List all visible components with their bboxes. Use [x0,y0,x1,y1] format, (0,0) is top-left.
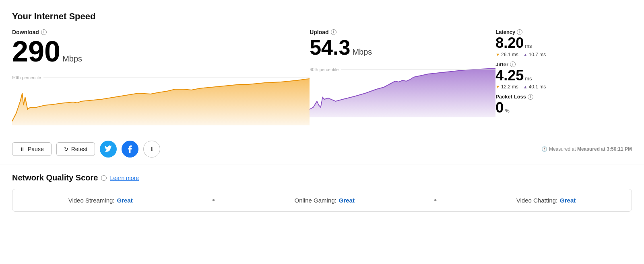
jitter-down-arrow: ▼ [495,84,500,89]
upload-chart: 90th percentile [310,61,495,117]
download-value: 290 [12,37,60,66]
latency-up-val: ▲ 10.7 ms [523,52,546,57]
jitter-value: 4.25 [495,68,524,84]
page-container: Your Internet Speed Download i 290 Mbps … [0,0,644,264]
pause-icon: ⏸ [20,146,25,152]
twitter-button[interactable] [100,141,117,158]
learn-more-link[interactable]: Learn more [110,175,139,181]
quality-chatting-label: Video Chatting: [516,197,557,204]
quality-gaming-value: Great [339,197,355,204]
quality-item-streaming: Video Streaming: Great [68,197,133,204]
upload-percentile: 90th percentile [310,67,495,72]
measured-at: 🕐 Measured at Measured at 3:50:11 PM [541,146,632,152]
jitter-unit: ms [525,76,532,82]
upload-unit: Mbps [352,47,372,57]
download-percentile-label: 90th percentile [12,75,41,80]
quality-item-chatting: Video Chatting: Great [516,197,576,204]
quality-dot-1: • [212,196,215,205]
download-area [12,79,310,125]
jitter-down-val: ▼ 12.2 ms [495,84,518,90]
clock-icon: 🕐 [541,146,547,152]
upload-label: Upload i [310,29,495,35]
quality-bar: Video Streaming: Great • Online Gaming: … [12,189,632,212]
packet-loss-value: 0 [495,100,504,116]
quality-item-gaming: Online Gaming: Great [295,197,355,204]
jitter-sub: ▼ 12.2 ms ▲ 40.1 ms [495,84,632,90]
network-quality-section: Network Quality Score i Learn more Video… [0,164,644,220]
download-info-icon[interactable]: i [41,29,47,35]
packet-loss-info-icon[interactable]: i [528,94,533,100]
download-label: Download i [12,29,310,35]
download-value-row: 290 Mbps [12,37,310,66]
latency-down-arrow: ▼ [495,52,500,57]
download-button[interactable]: ⬇ [143,141,160,158]
jitter-value-row: 4.25 ms [495,68,632,84]
latency-value-row: 8.20 ms [495,35,632,51]
latency-info-icon[interactable]: i [517,29,522,35]
download-icon: ⬇ [149,146,154,152]
pause-button[interactable]: ⏸ Pause [12,142,52,156]
latency-value: 8.20 [495,35,524,51]
upload-value: 54.3 [310,37,350,58]
quality-streaming-label: Video Streaming: [68,197,115,204]
jitter-stat: Jitter i 4.25 ms ▼ 12.2 ms ▲ [495,61,632,90]
download-unit: Mbps [62,54,82,63]
quality-dot-2: • [434,196,437,205]
latency-sub: ▼ 26.1 ms ▲ 10.7 ms [495,52,632,57]
upload-value-row: 54.3 Mbps [310,37,495,58]
upload-metric: Upload i 54.3 Mbps 90th percentile [310,29,495,117]
nq-title-row: Network Quality Score i Learn more [12,173,632,182]
download-percentile: 90th percentile [12,75,310,80]
jitter-up-val: ▲ 40.1 ms [523,84,546,90]
quality-gaming-label: Online Gaming: [295,197,336,204]
latency-up-arrow: ▲ [523,52,528,57]
retest-button[interactable]: ↻ Retest [56,142,95,156]
packet-loss-unit: % [505,108,510,114]
facebook-icon [128,145,132,153]
packet-loss-value-row: 0 % [495,100,632,116]
jitter-up-arrow: ▲ [523,84,528,89]
top-section: Your Internet Speed Download i 290 Mbps … [0,0,644,133]
right-stats: Latency i 8.20 ms ▼ 26.1 ms ▲ [495,29,632,116]
upload-percentile-label: 90th percentile [310,67,339,72]
measured-at-text: Measured at Measured at 3:50:11 PM [549,146,632,152]
latency-stat: Latency i 8.20 ms ▼ 26.1 ms ▲ [495,29,632,57]
jitter-label: Jitter i [495,61,632,68]
nq-info-icon[interactable]: i [101,175,107,181]
quality-chatting-value: Great [560,197,576,204]
metrics-row: Download i 290 Mbps 90th percentile [12,29,632,125]
page-title: Your Internet Speed [12,11,632,22]
latency-down-val: ▼ 26.1 ms [495,52,518,57]
upload-percentile-line [341,70,495,70]
latency-label: Latency i [495,29,632,35]
download-percentile-line [43,78,310,78]
quality-streaming-value: Great [117,197,133,204]
jitter-info-icon[interactable]: i [510,61,516,67]
facebook-button[interactable] [122,141,138,158]
latency-unit: ms [525,43,532,49]
upload-info-icon[interactable]: i [331,29,336,35]
packet-loss-stat: Packet Loss i 0 % [495,94,632,116]
retest-icon: ↻ [64,146,68,152]
twitter-icon [105,145,112,153]
packet-loss-label: Packet Loss i [495,94,632,100]
nq-title: Network Quality Score [12,173,98,182]
download-chart: 90th percentile [12,69,310,125]
upload-area [310,68,495,117]
download-metric: Download i 290 Mbps 90th percentile [12,29,310,125]
controls-row: ⏸ Pause ↻ Retest ⬇ 🕐 Measured at Measure… [0,133,644,164]
